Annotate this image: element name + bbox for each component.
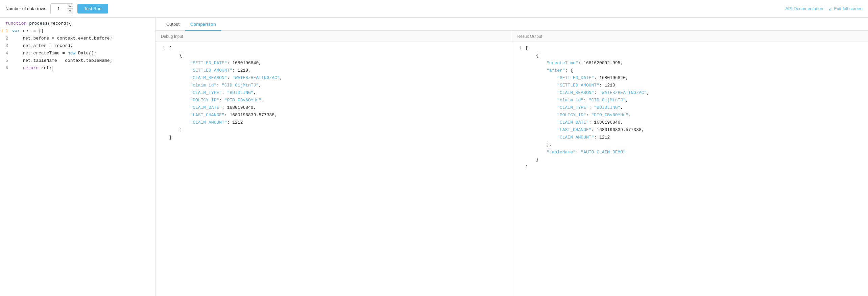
json-debug-line-10: "LAST_CHANGE": 1680196839.577388,: [155, 112, 512, 119]
json-result-linecontent-7: "CLAIM_REASON": "WATER/HEATING/AC",: [526, 89, 868, 97]
json-debug-linenum-1: 1: [155, 45, 169, 52]
output-panel: Output Comparison Debug Input 1 [ {: [155, 18, 868, 296]
json-debug-line-8: "POLICY_ID": "PID_FBv60YHn",: [155, 97, 512, 104]
output-columns: Debug Input 1 [ { "SETTLED_DATE": 168019…: [155, 31, 868, 296]
json-debug-linecontent-5: "CLAIM_REASON": "WATER/HEATING/AC",: [169, 74, 512, 82]
json-result-line-11: "CLAIM_DATE": 1680196840,: [512, 119, 868, 126]
json-result-linecontent-4: "after": {: [526, 67, 868, 74]
json-debug-line-3: "SETTLED_DATE": 1680196840,: [155, 59, 512, 67]
line-num-5: 5: [0, 57, 12, 65]
debug-input-header: Debug Input: [155, 31, 512, 42]
json-debug-line-5: "CLAIM_REASON": "WATER/HEATING/AC",: [155, 74, 512, 82]
function-header: function process(record){: [0, 18, 155, 27]
json-result-linecontent-11: "CLAIM_DATE": 1680196840,: [526, 119, 868, 126]
json-result-line-10: "POLICY_ID": "PID_FBv60YHn",: [512, 112, 868, 119]
line-num-4: 4: [0, 50, 12, 57]
json-result-line-2: {: [512, 52, 868, 59]
json-result-linecontent-1: [: [526, 45, 868, 52]
json-result-line-1: 1 [: [512, 45, 868, 52]
json-debug-linecontent-9: "CLAIM_DATE": 1680196840,: [169, 104, 512, 112]
fn-name: process: [29, 21, 48, 26]
json-debug-line-13: ]: [155, 134, 512, 141]
json-result-line-4: "after": {: [512, 67, 868, 74]
line-num-3: 3: [0, 42, 12, 50]
json-result-line-13: "CLAIM_AMOUNT": 1212: [512, 134, 868, 141]
json-debug-linecontent-1: [: [169, 45, 512, 52]
toolbar-right: API Documentation ↙ Exit full screen: [785, 6, 863, 11]
line-num-2: 2: [0, 35, 12, 42]
json-debug-line-6: "claim_id": "CID_01jMtnTJ",: [155, 82, 512, 89]
code-line-3: 3 ret.after = record;: [0, 42, 155, 50]
json-debug-line-12: }: [155, 126, 512, 134]
json-result-linecontent-12: "LAST_CHANGE": 1680196839.577388,: [526, 126, 868, 134]
json-debug-line-7: "CLAIM_TYPE": "BUIDLING",: [155, 89, 512, 97]
spinner-buttons: ▲ ▼: [67, 4, 73, 14]
exit-fullscreen-label: Exit full screen: [834, 6, 863, 11]
json-result-line-9: "CLAIM_TYPE": "BUIDLING",: [512, 104, 868, 112]
json-debug-line-9: "CLAIM_DATE": 1680196840,: [155, 104, 512, 112]
json-result-linecontent-6: "SETTLED_AMOUNT": 1210,: [526, 82, 868, 89]
result-output-content: 1 [ { "createTime": 1681620092.995,: [512, 42, 868, 296]
line-content-4: ret.createTime = new Date();: [12, 50, 155, 57]
json-result-linecontent-8: "claim_id": "CID_01jMtnTJ",: [526, 97, 868, 104]
json-debug-linecontent-7: "CLAIM_TYPE": "BUIDLING",: [169, 89, 512, 97]
json-debug-linecontent-13: ]: [169, 134, 512, 141]
json-result-linecontent-3: "createTime": 1681620092.995,: [526, 59, 868, 67]
json-result-linecontent-10: "POLICY_ID": "PID_FBv60YHn",: [526, 112, 868, 119]
line-content-5: ret.tableName = context.tableName;: [12, 57, 155, 65]
toolbar: Number of data rows ▲ ▼ Test Run API Doc…: [0, 0, 868, 18]
code-line-5: 5 ret.tableName = context.tableName;: [0, 57, 155, 65]
code-line-1: i 1 var ret = {}: [0, 27, 155, 35]
spinner-down-button[interactable]: ▼: [67, 9, 73, 14]
json-result-line-14: },: [512, 141, 868, 149]
line-content-3: ret.after = record;: [12, 42, 155, 50]
json-debug-line-4: "SETTLED_AMOUNT": 1210,: [155, 67, 512, 74]
json-result-linecontent-5: "SETTLED_DATE": 1680196840,: [526, 74, 868, 82]
json-result-linecontent-9: "CLAIM_TYPE": "BUIDLING",: [526, 104, 868, 112]
json-debug-linecontent-10: "LAST_CHANGE": 1680196839.577388,: [169, 112, 512, 119]
json-result-line-7: "CLAIM_REASON": "WATER/HEATING/AC",: [512, 89, 868, 97]
tab-comparison[interactable]: Comparison: [185, 18, 221, 31]
json-result-line-8: "claim_id": "CID_01jMtnTJ",: [512, 97, 868, 104]
json-debug-linecontent-8: "POLICY_ID": "PID_FBv60YHn",: [169, 97, 512, 104]
json-result-line-12: "LAST_CHANGE": 1680196839.577388,: [512, 126, 868, 134]
json-debug-linecontent-3: "SETTLED_DATE": 1680196840,: [169, 59, 512, 67]
exit-fullscreen-icon: ↙: [828, 6, 833, 11]
spinner-up-button[interactable]: ▲: [67, 4, 73, 9]
tab-output[interactable]: Output: [161, 18, 185, 31]
json-result-line-5: "SETTLED_DATE": 1680196840,: [512, 74, 868, 82]
json-result-linecontent-15: "tableName": "AUTO_CLAIM_DEMO": [526, 149, 868, 156]
fn-paren: (record){: [48, 21, 71, 26]
json-debug-linecontent-2: {: [169, 52, 512, 59]
debug-input-content: 1 [ { "SETTLED_DATE": 1680196840,: [155, 42, 512, 296]
json-result-line-16: }: [512, 156, 868, 164]
test-run-button[interactable]: Test Run: [77, 4, 108, 14]
json-result-linecontent-13: "CLAIM_AMOUNT": 1212: [526, 134, 868, 141]
exit-fullscreen-link[interactable]: ↙ Exit full screen: [828, 6, 863, 11]
rows-input[interactable]: [51, 4, 67, 14]
tabs: Output Comparison: [155, 18, 868, 31]
json-debug-linecontent-11: "CLAIM_AMOUNT": 1212: [169, 119, 512, 126]
json-result-linecontent-14: },: [526, 141, 868, 149]
debug-input-col: Debug Input 1 [ { "SETTLED_DATE": 168019…: [155, 31, 512, 296]
line-num-6: 6: [0, 65, 12, 72]
result-output-col: Result Output 1 [ { "createTime": 168162…: [512, 31, 868, 296]
line-content-1: var ret = {}: [12, 27, 155, 35]
json-result-line-3: "createTime": 1681620092.995,: [512, 59, 868, 67]
json-debug-linecontent-12: }: [169, 126, 512, 134]
code-line-4: 4 ret.createTime = new Date();: [0, 50, 155, 57]
api-documentation-link[interactable]: API Documentation: [785, 6, 823, 11]
json-result-line-17: ]: [512, 164, 868, 171]
fn-keyword: function: [5, 21, 29, 26]
code-panel: function process(record){ i 1 var ret = …: [0, 18, 155, 296]
line-content-2: ret.before = context.event.before;: [12, 35, 155, 42]
json-result-linecontent-16: }: [526, 156, 868, 164]
code-line-6: 6 return ret;: [0, 65, 155, 72]
json-debug-line-2: {: [155, 52, 512, 59]
code-lines: i 1 var ret = {} 2 ret.before = context.…: [0, 27, 155, 77]
result-output-header: Result Output: [512, 31, 868, 42]
row-input-wrapper: ▲ ▼: [50, 3, 73, 14]
json-result-line-6: "SETTLED_AMOUNT": 1210,: [512, 82, 868, 89]
json-result-linecontent-17: ]: [526, 164, 868, 171]
main-content: function process(record){ i 1 var ret = …: [0, 18, 868, 296]
